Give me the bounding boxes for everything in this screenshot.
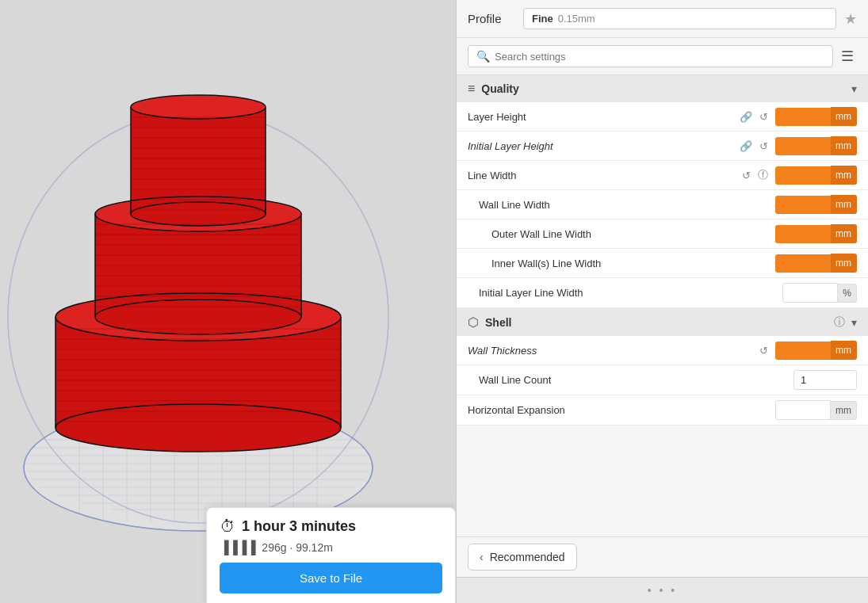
horizontal-expansion-input-wrap: 0 mm <box>775 400 857 420</box>
weight-row: ▐▐▐▐ 296g · 99.12m <box>220 540 442 555</box>
shell-chevron-icon: ▾ <box>851 316 857 329</box>
profile-name: Fine <box>532 13 553 25</box>
search-bar: 🔍 ☰ <box>457 38 868 75</box>
shell-section-title: Shell <box>485 316 828 329</box>
profile-resolution: 0.15mm <box>558 13 595 25</box>
wall-line-width-input[interactable]: 3 <box>775 196 831 214</box>
initial-layer-line-width-unit: % <box>838 284 857 303</box>
line-width-row: Line Width ↺ ⓕ 3 mm <box>457 161 868 190</box>
profile-bar: Profile Fine 0.15mm ★ <box>457 0 868 38</box>
initial-layer-line-width-row: Initial Layer Line Width 100.0 % <box>457 278 868 308</box>
settings-content[interactable]: ≡ Quality ▾ Layer Height 🔗 ↺ 0.7 mm Init… <box>457 75 868 536</box>
wall-line-width-input-wrap: 3 mm <box>775 195 857 214</box>
line-width-input-wrap: 3 mm <box>775 166 857 185</box>
search-input-wrapper[interactable]: 🔍 <box>468 45 833 67</box>
wall-line-count-row: Wall Line Count 1 <box>457 365 868 395</box>
layer-height-row: Layer Height 🔗 ↺ 0.7 mm <box>457 102 868 132</box>
horizontal-expansion-row: Horizontal Expansion 0 mm <box>457 395 868 426</box>
time-row: ⏱ 1 hour 3 minutes <box>220 517 442 536</box>
outer-wall-line-width-row: Outer Wall Line Width 3 mm <box>457 219 868 249</box>
settings-menu-button[interactable]: ☰ <box>838 44 857 68</box>
weight-text: 296g · 99.12m <box>262 541 333 554</box>
wall-line-count-label: Wall Line Count <box>479 374 793 386</box>
wall-thickness-unit: mm <box>831 341 857 360</box>
wall-thickness-actions: ↺ <box>757 343 770 358</box>
line-width-unit: mm <box>831 166 857 185</box>
wall-line-width-label: Wall Line Width <box>479 199 775 211</box>
wall-thickness-reset-btn[interactable]: ↺ <box>757 343 770 358</box>
search-icon: 🔍 <box>476 50 490 63</box>
wall-thickness-row: Wall Thickness ↺ 1.6 mm <box>457 336 868 365</box>
recommended-label: Recommended <box>490 551 565 563</box>
initial-layer-line-width-input[interactable]: 100.0 <box>782 283 838 303</box>
inner-wall-line-width-row: Inner Wall(s) Line Width 3 mm <box>457 249 868 278</box>
time-text: 1 hour 3 minutes <box>242 518 356 535</box>
inner-wall-line-width-unit: mm <box>831 254 857 273</box>
outer-wall-line-width-input[interactable]: 3 <box>775 225 831 243</box>
layer-height-unit: mm <box>831 107 857 126</box>
initial-layer-height-input[interactable]: 0.7 <box>775 137 831 155</box>
profile-selector[interactable]: Fine 0.15mm <box>523 8 836 29</box>
line-width-input[interactable]: 3 <box>775 166 831 185</box>
3d-viewport[interactable]: ⏱ 1 hour 3 minutes ▐▐▐▐ 296g · 99.12m Sa… <box>0 0 456 603</box>
initial-layer-line-width-label: Initial Layer Line Width <box>479 287 782 299</box>
recommended-button[interactable]: ‹ Recommended <box>468 544 577 571</box>
initial-layer-height-label: Initial Layer Height <box>468 140 737 152</box>
layer-height-input[interactable]: 0.7 <box>775 108 831 126</box>
wall-thickness-input[interactable]: 1.6 <box>775 342 831 360</box>
line-width-label: Line Width <box>468 170 740 181</box>
initial-layer-height-unit: mm <box>831 136 857 155</box>
settings-panel: Profile Fine 0.15mm ★ 🔍 ☰ ≡ Quality ▾ <box>456 0 868 603</box>
bottom-dots-bar: • • • <box>457 577 868 603</box>
shell-icon: ⬡ <box>468 315 479 330</box>
save-to-file-button[interactable]: Save to File <box>220 563 442 593</box>
horizontal-expansion-unit: mm <box>831 401 857 420</box>
layer-height-reset-btn[interactable]: ↺ <box>757 109 770 124</box>
line-width-actions: ↺ ⓕ <box>740 166 770 184</box>
initial-layer-line-width-input-wrap: 100.0 % <box>782 283 857 303</box>
profile-label: Profile <box>468 12 515 25</box>
horizontal-expansion-input[interactable]: 0 <box>775 400 831 420</box>
shell-info-icon[interactable]: ⓘ <box>834 315 845 330</box>
line-width-reset-btn[interactable]: ↺ <box>740 168 753 183</box>
layer-height-link-btn[interactable]: 🔗 <box>737 109 755 124</box>
search-input[interactable] <box>495 51 824 63</box>
bottom-dots: • • • <box>648 584 677 597</box>
outer-wall-line-width-unit: mm <box>831 224 857 243</box>
recommended-bar: ‹ Recommended <box>457 536 868 577</box>
wall-line-count-input-wrap: 1 <box>793 370 857 390</box>
quality-icon: ≡ <box>468 82 475 96</box>
initial-layer-height-row: Initial Layer Height 🔗 ↺ 0.7 mm <box>457 132 868 161</box>
wall-line-width-unit: mm <box>831 195 857 214</box>
initial-layer-height-link-btn[interactable]: 🔗 <box>737 139 755 154</box>
recommended-chevron-icon: ‹ <box>480 551 484 563</box>
wall-line-width-row: Wall Line Width 3 mm <box>457 190 868 219</box>
clock-icon: ⏱ <box>220 517 235 536</box>
filament-icon: ▐▐▐▐ <box>220 540 255 555</box>
summary-panel: ⏱ 1 hour 3 minutes ▐▐▐▐ 296g · 99.12m Sa… <box>206 507 456 603</box>
layer-height-label: Layer Height <box>468 111 737 123</box>
layer-height-input-wrap: 0.7 mm <box>775 107 857 126</box>
quality-chevron-icon: ▾ <box>851 82 857 95</box>
quality-section-title: Quality <box>481 82 845 95</box>
outer-wall-line-width-label: Outer Wall Line Width <box>491 228 775 240</box>
outer-wall-line-width-input-wrap: 3 mm <box>775 224 857 243</box>
inner-wall-line-width-input[interactable]: 3 <box>775 254 831 273</box>
layer-height-actions: 🔗 ↺ <box>737 109 770 124</box>
initial-layer-height-reset-btn[interactable]: ↺ <box>757 139 770 154</box>
inner-wall-line-width-label: Inner Wall(s) Line Width <box>491 258 775 269</box>
horizontal-expansion-label: Horizontal Expansion <box>468 404 775 416</box>
initial-layer-height-actions: 🔗 ↺ <box>737 139 770 154</box>
quality-section-header[interactable]: ≡ Quality ▾ <box>457 75 868 102</box>
wall-thickness-input-wrap: 1.6 mm <box>775 341 857 360</box>
favorite-button[interactable]: ★ <box>844 10 857 28</box>
shell-section-header[interactable]: ⬡ Shell ⓘ ▾ <box>457 308 868 336</box>
initial-layer-height-input-wrap: 0.7 mm <box>775 136 857 155</box>
line-width-info-btn[interactable]: ⓕ <box>755 166 770 184</box>
inner-wall-line-width-input-wrap: 3 mm <box>775 254 857 273</box>
wall-thickness-label: Wall Thickness <box>468 345 757 357</box>
wall-line-count-value: 1 <box>793 370 857 390</box>
